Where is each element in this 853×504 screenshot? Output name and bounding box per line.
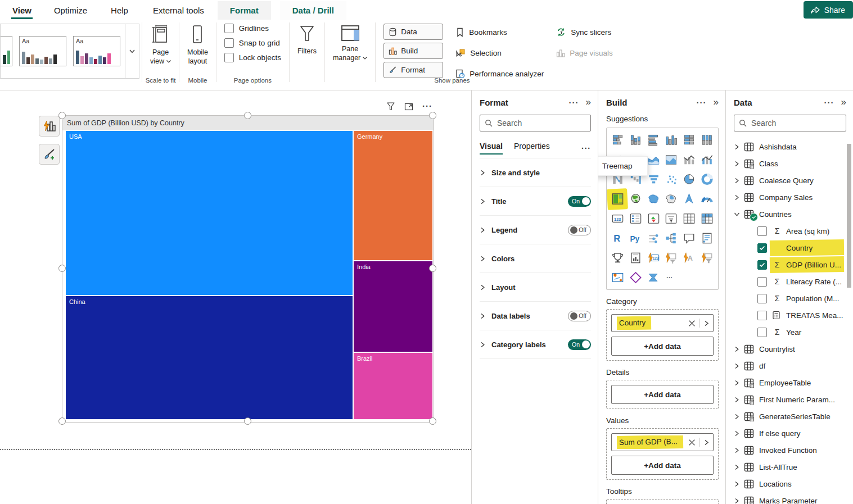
chevron-right-icon[interactable] bbox=[734, 414, 744, 420]
format-tab-visual[interactable]: Visual bbox=[480, 142, 503, 155]
theme-gallery[interactable]: Aa Aa bbox=[0, 24, 139, 79]
format-section-category-labels[interactable]: Category labelsOn bbox=[480, 330, 591, 359]
field-pill-country[interactable]: Country bbox=[611, 314, 714, 332]
field-item-literacy-rate-[interactable]: Σ Literacy Rate (... bbox=[734, 273, 846, 290]
format-section-size-and-style[interactable]: Size and style bbox=[480, 158, 591, 187]
treemap-tile-usa[interactable]: USA bbox=[66, 131, 353, 295]
format-visual-button[interactable] bbox=[39, 144, 60, 165]
format-section-data-labels[interactable]: Data labelsOff bbox=[480, 302, 591, 330]
table-item-class[interactable]: Class bbox=[734, 155, 846, 172]
checkbox-box[interactable] bbox=[224, 38, 234, 48]
visual-type-table-icon[interactable] bbox=[682, 211, 697, 226]
tab-view[interactable]: View bbox=[10, 1, 34, 20]
build-pane-collapse-icon[interactable]: » bbox=[714, 97, 719, 108]
visual-type-shape-map-icon[interactable] bbox=[664, 192, 679, 206]
visual-type-donut-chart-icon[interactable] bbox=[699, 172, 715, 187]
checkbox-lock-objects[interactable]: Lock objects bbox=[224, 53, 281, 62]
checkbox-gridlines[interactable]: Gridlines bbox=[224, 24, 281, 33]
visual-type-dynamic-filter-icon[interactable] bbox=[699, 251, 715, 265]
visual-type-line-and-clustered-column-chart-icon[interactable] bbox=[699, 152, 715, 167]
visual-type-card-icon[interactable]: 123 bbox=[610, 211, 625, 226]
chevron-right-icon[interactable] bbox=[734, 430, 744, 437]
visual-type-r-script-visual-icon[interactable]: R bbox=[610, 231, 625, 246]
resize-handle-ne[interactable] bbox=[429, 112, 436, 119]
build-pane-more-icon[interactable]: ··· bbox=[697, 98, 707, 107]
show-pane-button-build[interactable]: Build bbox=[383, 43, 443, 59]
resize-handle-sw[interactable] bbox=[58, 417, 66, 425]
share-button[interactable]: Share bbox=[804, 1, 853, 19]
format-section-colors[interactable]: Colors bbox=[480, 244, 591, 273]
toggle-selection[interactable]: Selection bbox=[455, 46, 544, 61]
field-options-chevron-icon[interactable] bbox=[704, 439, 709, 446]
toggle-on[interactable]: On bbox=[568, 196, 591, 207]
chevron-right-icon[interactable] bbox=[734, 346, 744, 352]
table-item-list-alltrue[interactable]: List-AllTrue bbox=[734, 458, 846, 475]
remove-field-icon[interactable] bbox=[688, 320, 696, 327]
add-data-button[interactable]: +Add data bbox=[611, 337, 714, 356]
table-item-marks-parameter[interactable]: Marks Parameter bbox=[734, 492, 846, 504]
visual-type-multi-row-card-icon[interactable] bbox=[628, 211, 643, 226]
tab-format-contextual[interactable]: Format bbox=[218, 1, 271, 20]
visual-type-line-and-stacked-column-chart-icon[interactable] bbox=[682, 152, 697, 167]
resize-handle-n[interactable] bbox=[244, 112, 251, 119]
visual-type-matrix-icon[interactable] bbox=[699, 211, 715, 226]
field-checkbox[interactable] bbox=[757, 260, 767, 270]
visual-type-dynamic-card-icon[interactable]: 123 bbox=[646, 251, 661, 265]
chevron-right-icon[interactable] bbox=[734, 447, 744, 453]
checkbox-snap-to-grid[interactable]: Snap to grid bbox=[224, 38, 281, 48]
field-checkbox[interactable] bbox=[757, 294, 767, 303]
toggle-on[interactable]: On bbox=[568, 339, 591, 350]
visual-type-azure-map-icon[interactable] bbox=[682, 192, 697, 206]
visual-type-clustered-bar-chart-icon[interactable] bbox=[646, 133, 661, 147]
visual-type-stacked-column-chart-icon[interactable] bbox=[628, 133, 643, 147]
treemap-tile-brazil[interactable]: Brazil bbox=[354, 353, 432, 419]
resize-handle-se[interactable] bbox=[429, 417, 436, 425]
field-item-population-m-[interactable]: Σ Population (M... bbox=[734, 290, 846, 307]
chevron-right-icon[interactable] bbox=[734, 397, 744, 403]
add-data-button[interactable]: +Add data bbox=[611, 385, 714, 404]
field-checkbox[interactable] bbox=[757, 226, 767, 236]
chevron-right-icon[interactable] bbox=[734, 178, 744, 184]
field-checkbox[interactable] bbox=[757, 243, 767, 253]
data-search-input[interactable]: Search bbox=[734, 115, 846, 131]
chevron-right-icon[interactable] bbox=[734, 161, 744, 167]
visual-type-smart-narrative-icon[interactable] bbox=[699, 231, 715, 246]
remove-field-icon[interactable] bbox=[688, 439, 696, 446]
page-view-button[interactable]: Pageview bbox=[142, 20, 179, 66]
visual-type-power-apps-icon[interactable] bbox=[628, 270, 643, 285]
visual-type-field-parameters-icon[interactable] bbox=[646, 231, 661, 246]
visual-type-metrics-icon[interactable] bbox=[610, 251, 625, 265]
visual-type-paginated-report-icon[interactable] bbox=[628, 251, 643, 265]
chevron-right-icon[interactable] bbox=[734, 464, 744, 470]
visual-type-map-icon[interactable] bbox=[628, 192, 643, 206]
visual-type-slicer-icon[interactable] bbox=[664, 211, 679, 226]
visual-type-kpi-icon[interactable] bbox=[646, 211, 661, 226]
treemap-tile-china[interactable]: China bbox=[66, 296, 353, 419]
visual-type-scatter-chart-icon[interactable] bbox=[664, 172, 679, 187]
table-item-coalesce-query[interactable]: Coalesce Query bbox=[734, 172, 846, 189]
visual-type-q-and-a-icon[interactable] bbox=[682, 231, 697, 246]
toggle-off[interactable]: Off bbox=[568, 225, 591, 235]
table-item-invoked-function[interactable]: Invoked Function bbox=[734, 442, 846, 458]
show-pane-button-data[interactable]: Data bbox=[383, 24, 443, 40]
visual-type-treemap-icon[interactable] bbox=[610, 192, 625, 206]
resize-handle-w[interactable] bbox=[58, 265, 66, 272]
visual-type-100-stacked-column-chart-icon[interactable] bbox=[699, 133, 715, 147]
chevron-right-icon[interactable] bbox=[734, 498, 744, 504]
toggle-bookmarks[interactable]: Bookmarks bbox=[455, 25, 544, 40]
focus-mode-icon[interactable] bbox=[404, 102, 413, 111]
treemap-tile-germany[interactable]: Germany bbox=[354, 131, 432, 260]
chevron-right-icon[interactable] bbox=[734, 380, 744, 386]
chevron-right-icon[interactable] bbox=[734, 363, 744, 369]
resize-handle-nw[interactable] bbox=[58, 112, 66, 119]
visual-type-power-automate-icon[interactable] bbox=[646, 270, 661, 285]
theme-thumbnail-1[interactable] bbox=[1, 36, 12, 66]
analyze-visual-button[interactable] bbox=[39, 116, 60, 137]
filters-button[interactable]: Filters bbox=[290, 20, 324, 56]
table-item-if-else-query[interactable]: If else query bbox=[734, 425, 846, 442]
visual-type-funnel-chart-icon[interactable] bbox=[646, 172, 661, 187]
visual-type-filled-map-icon[interactable] bbox=[646, 192, 661, 206]
field-item-treatas-mea-[interactable]: TREATAS Mea... bbox=[734, 307, 846, 324]
format-search-input[interactable]: Search bbox=[480, 115, 591, 131]
table-item-df[interactable]: df bbox=[734, 357, 846, 374]
